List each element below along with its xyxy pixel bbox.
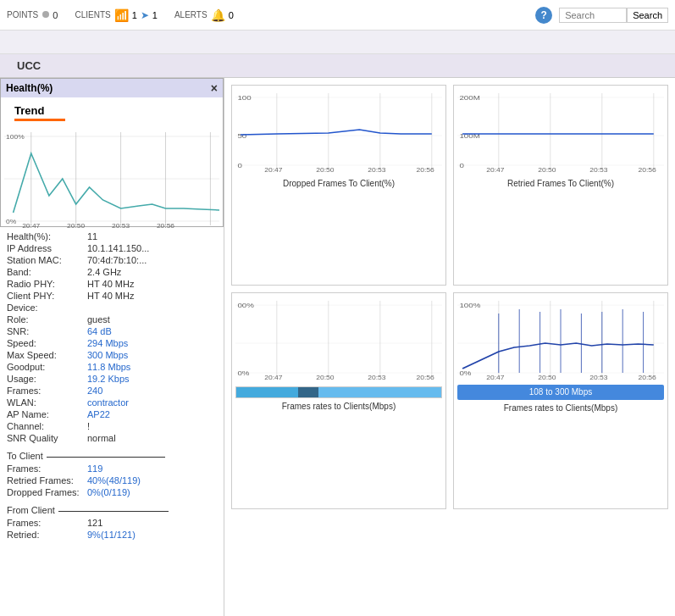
svg-text:20:47: 20:47 bbox=[22, 222, 41, 230]
main-layout: Health(%) × Trend bbox=[0, 78, 675, 616]
help-button[interactable]: ? bbox=[535, 7, 552, 24]
retried-frames-svg: 200M 100M 0 20:47 20:50 20:53 20:56 bbox=[457, 89, 664, 174]
retried-frames-chart: 200M 100M 0 20:47 20:50 20:53 20:56 Retr… bbox=[453, 85, 668, 286]
info-row-frames: Frames: 240 bbox=[7, 385, 217, 397]
frames-bar-left bbox=[235, 386, 442, 398]
svg-text:20:47: 20:47 bbox=[486, 167, 504, 174]
frames-rates-left-svg: 00% 0% 20:47 20:50 20:53 20:56 bbox=[235, 297, 442, 381]
alerts-label: ALERTS bbox=[174, 10, 207, 19]
value-radio-phy: HT 40 MHz bbox=[87, 279, 134, 289]
label-from-client-frames: Frames: bbox=[7, 518, 87, 528]
value-channel: ! bbox=[87, 421, 90, 431]
health-popup-title: Health(%) bbox=[6, 82, 53, 94]
info-row-mac: Station MAC: 70:4d:7b:10:... bbox=[7, 254, 217, 266]
value-mac: 70:4d:7b:10:... bbox=[87, 255, 147, 265]
info-row-channel: Channel: ! bbox=[7, 420, 217, 432]
label-health: Health(%): bbox=[7, 231, 87, 241]
svg-text:20:50: 20:50 bbox=[67, 222, 86, 230]
to-client-frames-row: Frames: 119 bbox=[7, 463, 217, 474]
label-wlan: WLAN: bbox=[7, 397, 87, 408]
to-client-section: To Client Frames: 119 Retried Frames: 40… bbox=[7, 451, 217, 498]
svg-text:20:47: 20:47 bbox=[486, 374, 504, 380]
label-device: Device: bbox=[7, 302, 87, 313]
svg-text:20:50: 20:50 bbox=[316, 167, 335, 174]
trend-label: Trend bbox=[8, 101, 216, 120]
value-ip: 10.1.141.150... bbox=[87, 243, 149, 253]
value-from-client-retried: 9%(11/121) bbox=[87, 530, 136, 540]
svg-text:20:50: 20:50 bbox=[316, 374, 335, 380]
label-radio-phy: Radio PHY: bbox=[7, 279, 87, 289]
svg-text:0%: 0% bbox=[459, 369, 471, 376]
bar-seg-1 bbox=[236, 387, 298, 397]
svg-text:0: 0 bbox=[237, 162, 241, 169]
info-row-speed: Speed: 294 Mbps bbox=[7, 337, 217, 349]
svg-point-0 bbox=[42, 11, 49, 18]
trend-underline bbox=[14, 119, 65, 121]
dropped-frames-title: Dropped Frames To Client(%) bbox=[235, 179, 442, 188]
info-row-device: Device: bbox=[7, 302, 217, 314]
label-to-client-frames: Frames: bbox=[7, 463, 87, 474]
label-mac: Station MAC: bbox=[7, 255, 87, 265]
svg-text:100: 100 bbox=[237, 94, 251, 102]
info-row-snr-quality: SNR Quality normal bbox=[7, 432, 217, 444]
value-snr: 64 dB bbox=[87, 326, 112, 336]
svg-text:100M: 100M bbox=[459, 132, 479, 140]
svg-text:20:56: 20:56 bbox=[639, 374, 656, 380]
health-popup-close[interactable]: × bbox=[211, 81, 218, 95]
search-button[interactable]: Search bbox=[627, 8, 668, 23]
frames-rates-left-chart: 00% 0% 20:47 20:50 20:53 20:56 Frames ra… bbox=[231, 292, 446, 510]
label-ap-name: AP Name: bbox=[7, 409, 87, 419]
dropped-frames-chart: 100 50 0 20:47 20:50 20:53 20:56 Dropped… bbox=[231, 85, 446, 286]
search-input[interactable] bbox=[559, 8, 627, 23]
svg-text:20:53: 20:53 bbox=[589, 167, 607, 174]
frames-rates-right-chart: 100% 0% 20:47 20:50 20:53 20:56 108 to 3… bbox=[453, 292, 668, 510]
second-bar bbox=[0, 31, 675, 54]
svg-text:0%: 0% bbox=[237, 369, 249, 376]
points-icon bbox=[41, 10, 50, 19]
info-row-max-speed: Max Speed: 300 Mbps bbox=[7, 349, 217, 361]
label-channel: Channel: bbox=[7, 421, 87, 431]
info-row-client-phy: Client PHY: HT 40 MHz bbox=[7, 290, 217, 302]
svg-text:00%: 00% bbox=[237, 301, 254, 308]
value-to-client-frames: 119 bbox=[87, 463, 102, 474]
bar-seg-2 bbox=[298, 387, 318, 397]
label-goodput: Goodput: bbox=[7, 362, 87, 372]
value-usage: 19.2 Kbps bbox=[87, 374, 130, 384]
to-client-dropped-row: Dropped Frames: 0%(0/119) bbox=[7, 486, 217, 498]
label-client-phy: Client PHY: bbox=[7, 291, 87, 301]
to-client-label: To Client bbox=[7, 451, 217, 461]
info-row-role: Role: guest bbox=[7, 314, 217, 325]
info-table: Health(%): 11 IP Address 10.1.141.150...… bbox=[0, 227, 224, 544]
svg-text:100%: 100% bbox=[459, 301, 480, 308]
value-snr-quality: normal bbox=[87, 433, 116, 443]
value-speed: 294 Mbps bbox=[87, 338, 128, 348]
clients-value1: 1 bbox=[132, 10, 137, 20]
info-row-goodput: Goodput: 11.8 Mbps bbox=[7, 361, 217, 373]
health-chart-svg: 100% 0% 20:47 20:50 20:53 20:56 bbox=[4, 128, 219, 230]
points-value: 0 bbox=[41, 10, 58, 20]
svg-text:20:56: 20:56 bbox=[639, 167, 656, 174]
svg-text:20:56: 20:56 bbox=[417, 167, 434, 174]
info-row-ap-name: AP Name: AP22 bbox=[7, 408, 217, 420]
svg-text:20:53: 20:53 bbox=[589, 374, 607, 380]
points-section: POINTS 0 bbox=[7, 10, 58, 20]
dropped-frames-svg: 100 50 0 20:47 20:50 20:53 20:56 bbox=[235, 89, 442, 174]
svg-text:20:47: 20:47 bbox=[264, 167, 282, 174]
label-to-client-dropped: Dropped Frames: bbox=[7, 487, 87, 497]
clients-section: CLIENTS 📶 1 ➤ 1 bbox=[75, 8, 157, 22]
label-snr: SNR: bbox=[7, 326, 87, 336]
frames-rates-right-title: Frames rates to Clients(Mbps) bbox=[457, 403, 664, 413]
frames-rates-left-title: Frames rates to Clients(Mbps) bbox=[235, 402, 442, 411]
left-panel: Health(%) × Trend bbox=[0, 78, 224, 616]
svg-text:20:50: 20:50 bbox=[538, 167, 556, 174]
health-chart-container: 100% 0% 20:47 20:50 20:53 20:56 bbox=[1, 125, 223, 226]
svg-text:20:56: 20:56 bbox=[157, 222, 175, 230]
value-goodput: 11.8 Mbps bbox=[87, 362, 130, 372]
value-frames: 240 bbox=[87, 386, 102, 396]
ucc-bar: UCC bbox=[0, 54, 675, 78]
svg-text:100%: 100% bbox=[6, 133, 25, 141]
label-snr-quality: SNR Quality bbox=[7, 433, 87, 443]
bell-icon: 🔔 bbox=[211, 8, 225, 22]
value-client-phy: HT 40 MHz bbox=[87, 291, 134, 301]
arrow-icon: ➤ bbox=[141, 9, 149, 21]
